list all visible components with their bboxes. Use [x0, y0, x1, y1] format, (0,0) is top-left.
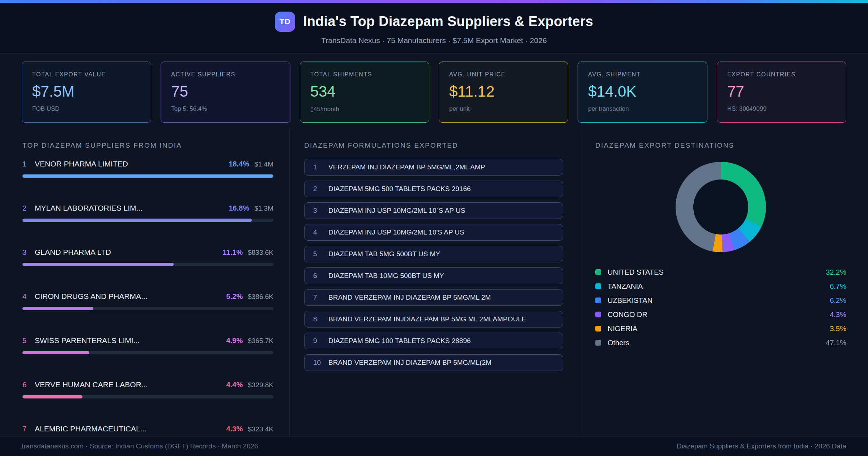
kpi-card: TOTAL EXPORT VALUE$7.5MFOB USD — [22, 62, 151, 123]
formulation-rank: 3 — [313, 207, 328, 215]
supplier-name: ALEMBIC PHARMACEUTICAL... — [35, 425, 221, 433]
supplier-row: 6VERVE HUMAN CARE LABOR...4.4%$329.8K — [22, 380, 273, 398]
supplier-share-percent: 5.2% — [226, 292, 243, 301]
kpi-sub: FOB USD — [32, 105, 141, 113]
kpi-label: ACTIVE SUPPLIERS — [171, 71, 280, 78]
legend-country-label: UZBEKISTAN — [608, 296, 652, 305]
formulation-rank: 9 — [313, 337, 328, 345]
legend-color-swatch — [595, 269, 601, 275]
legend-country-label: UNITED STATES — [608, 268, 664, 276]
formulation-name: BRAND VERZEPAM INJ DIAZEPAM BP 5MG/ML 2M — [328, 294, 491, 301]
supplier-name: MYLAN LABORATORIES LIM... — [35, 204, 223, 212]
brand-logo-td: TD — [275, 12, 295, 32]
header-title-row: TD India's Top Diazepam Suppliers & Expo… — [275, 12, 593, 32]
supplier-rank: 7 — [22, 425, 35, 433]
supplier-row: 1VENOR PHARMA LIMITED18.4%$1.4M — [22, 160, 273, 178]
formulation-name: VERZEPAM INJ DIAZEPAM BP 5MG/ML,2ML AMP — [328, 163, 485, 171]
kpi-row: TOTAL EXPORT VALUE$7.5MFOB USDACTIVE SUP… — [0, 54, 868, 128]
supplier-bar-track — [22, 395, 273, 398]
formulation-item: 7BRAND VERZEPAM INJ DIAZEPAM BP 5MG/ML 2… — [304, 289, 563, 306]
destinations-panel: DIAZEPAM EXPORT DESTINATIONS UNITED STAT… — [579, 128, 868, 436]
supplier-row: 3GLAND PHARMA LTD11.1%$833.6K — [22, 248, 273, 266]
supplier-row-top: 6VERVE HUMAN CARE LABOR...4.4%$329.8K — [22, 380, 273, 389]
supplier-bar-track — [22, 263, 273, 266]
supplier-row-top: 4CIRON DRUGS AND PHARMA...5.2%$386.6K — [22, 292, 273, 301]
supplier-bar-fill — [22, 219, 252, 222]
legend-color-swatch — [595, 283, 601, 289]
kpi-card: EXPORT COUNTRIES77HS: 30049099 — [717, 62, 846, 123]
supplier-row: 7ALEMBIC PHARMACEUTICAL...4.3%$323.4K — [22, 425, 273, 436]
supplier-row-top: 5SWISS PARENTERALS LIMI...4.9%$365.7K — [22, 336, 273, 345]
legend-row: UNITED STATES32.2% — [595, 267, 846, 277]
formulation-item: 4DIAZEPAM INJ USP 10MG/2ML 10'S AP US — [304, 224, 563, 241]
supplier-rank: 2 — [22, 204, 35, 212]
supplier-bar-fill — [22, 395, 82, 398]
suppliers-section-title: TOP DIAZEPAM SUPPLIERS FROM INDIA — [22, 142, 273, 149]
legend-percent-value: 3.5% — [830, 325, 846, 333]
formulation-item: 6DIAZEPAM TAB 10MG 500BT US MY — [304, 267, 563, 284]
legend-row: TANZANIA6.7% — [595, 282, 846, 291]
supplier-name: VERVE HUMAN CARE LABOR... — [35, 380, 221, 389]
formulation-item: 5DIAZEPAM TAB 5MG 500BT US MY — [304, 246, 563, 262]
formulation-rank: 5 — [313, 250, 328, 258]
header: TD India's Top Diazepam Suppliers & Expo… — [0, 3, 868, 54]
supplier-export-value: $833.6K — [248, 249, 273, 257]
kpi-label: TOTAL EXPORT VALUE — [32, 71, 141, 78]
page-title: India's Top Diazepam Suppliers & Exporte… — [303, 14, 593, 29]
supplier-bar-fill — [22, 174, 273, 178]
formulation-name: DIAZEPAM TAB 10MG 500BT US MY — [328, 272, 444, 280]
supplier-rank: 3 — [22, 248, 35, 257]
kpi-label: TOTAL SHIPMENTS — [310, 71, 419, 78]
kpi-sub: per unit — [449, 105, 558, 113]
legend-color-swatch — [595, 326, 601, 332]
kpi-card: AVG. SHIPMENT$14.0Kper transaction — [578, 62, 707, 123]
kpi-sub: Top 5: 56.4% — [171, 105, 280, 113]
kpi-card: ACTIVE SUPPLIERS75Top 5: 56.4% — [161, 62, 290, 123]
kpi-sub: per transaction — [588, 105, 697, 113]
supplier-name: CIRON DRUGS AND PHARMA... — [35, 292, 221, 301]
kpi-value: 75 — [171, 83, 280, 100]
supplier-share-percent: 11.1% — [223, 248, 243, 257]
supplier-share-percent: 4.9% — [226, 337, 243, 345]
kpi-value: $14.0K — [588, 83, 697, 100]
suppliers-panel: TOP DIAZEPAM SUPPLIERS FROM INDIA 1VENOR… — [0, 128, 289, 436]
footer: transdatanexus.com · Source: Indian Cust… — [0, 436, 868, 456]
kpi-label: AVG. SHIPMENT — [588, 71, 697, 78]
top-accent-bar — [0, 0, 868, 3]
kpi-value: 77 — [727, 83, 836, 100]
supplier-name: GLAND PHARMA LTD — [35, 248, 217, 257]
formulation-rank: 2 — [313, 185, 328, 193]
supplier-export-value: $323.4K — [248, 425, 273, 433]
page-subtitle: TransData Nexus · 75 Manufacturers · $7.… — [321, 36, 547, 45]
supplier-bar-track — [22, 219, 273, 222]
formulation-rank: 10 — [313, 359, 328, 367]
kpi-sub: HS: 30049099 — [727, 105, 836, 113]
supplier-row: 2MYLAN LABORATORIES LIM...16.8%$1.3M — [22, 204, 273, 222]
formulation-rank: 8 — [313, 315, 328, 323]
legend-percent-value: 32.2% — [826, 268, 846, 276]
legend-country-label: Others — [608, 339, 629, 347]
legend-country-label: CONGO DR — [608, 311, 647, 319]
supplier-row-top: 3GLAND PHARMA LTD11.1%$833.6K — [22, 248, 273, 257]
formulation-item: 3DIAZEPAM INJ USP 10MG/2ML 10`S AP US — [304, 202, 563, 219]
kpi-card: TOTAL SHIPMENTS534▯45/month — [300, 62, 429, 123]
legend-percent-value: 6.7% — [830, 282, 846, 291]
formulation-name: DIAZEPAM INJ USP 10MG/2ML 10'S AP US — [328, 228, 464, 236]
supplier-rank: 6 — [22, 381, 35, 389]
formulation-name: DIAZEPAM 5MG 100 TABLETS PACKS 28896 — [328, 337, 471, 345]
kpi-sub: ▯45/month — [310, 105, 419, 113]
formulation-rank: 1 — [313, 163, 328, 171]
supplier-bar-track — [22, 307, 273, 310]
formulation-name: DIAZEPAM 5MG 500 TABLETS PACKS 29166 — [328, 185, 471, 193]
legend-row: Others47.1% — [595, 338, 846, 347]
formulation-name: DIAZEPAM TAB 5MG 500BT US MY — [328, 250, 440, 258]
supplier-name: SWISS PARENTERALS LIMI... — [35, 336, 221, 345]
supplier-row-top: 7ALEMBIC PHARMACEUTICAL...4.3%$323.4K — [22, 425, 273, 433]
formulation-item: 9DIAZEPAM 5MG 100 TABLETS PACKS 28896 — [304, 333, 563, 349]
legend-row: CONGO DR4.3% — [595, 310, 846, 319]
footer-source-text: transdatanexus.com · Source: Indian Cust… — [22, 442, 258, 450]
supplier-share-percent: 18.4% — [229, 160, 249, 168]
supplier-bar-fill — [22, 307, 93, 310]
supplier-bar-track — [22, 351, 273, 354]
formulations-panel: DIAZEPAM FORMULATIONS EXPORTED 1VERZEPAM… — [289, 128, 579, 436]
